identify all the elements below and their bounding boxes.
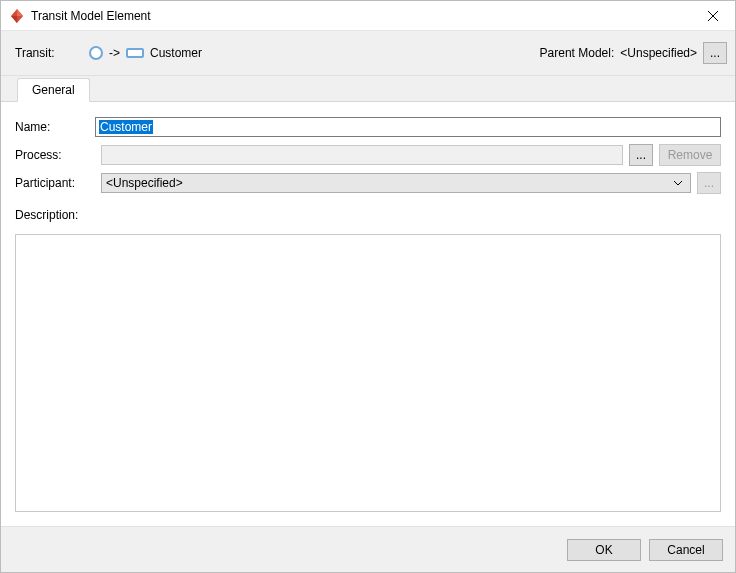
name-input[interactable]: Customer <box>95 117 721 137</box>
chevron-down-icon <box>670 181 686 186</box>
parent-model-value: <Unspecified> <box>620 46 697 60</box>
close-button[interactable] <box>691 1 735 31</box>
dialog-footer: OK Cancel <box>1 526 735 572</box>
rectangle-icon <box>126 48 144 58</box>
parent-model-label: Parent Model: <box>540 46 615 60</box>
titlebar: Transit Model Element <box>1 1 735 31</box>
participant-select[interactable]: <Unspecified> <box>101 173 691 193</box>
close-icon <box>708 11 718 21</box>
circle-icon <box>89 46 103 60</box>
top-band: Transit: -> Customer Parent Model: <Unsp… <box>1 31 735 76</box>
tab-general[interactable]: General <box>17 78 90 102</box>
process-input <box>101 145 623 165</box>
ok-button[interactable]: OK <box>567 539 641 561</box>
participant-browse-button[interactable]: ... <box>697 172 721 194</box>
transit-label: Transit: <box>15 46 89 60</box>
arrow-text: -> <box>109 46 120 60</box>
tabs-row: General <box>1 76 735 101</box>
app-icon <box>9 8 25 24</box>
parent-model-browse-button[interactable]: ... <box>703 42 727 64</box>
parent-model-area: Parent Model: <Unspecified> ... <box>540 42 727 64</box>
svg-marker-1 <box>17 9 23 16</box>
description-textarea[interactable] <box>15 234 721 512</box>
process-label: Process: <box>15 148 95 162</box>
svg-marker-2 <box>11 16 17 23</box>
name-input-selection: Customer <box>99 120 153 134</box>
participant-value: <Unspecified> <box>106 176 183 190</box>
process-browse-button[interactable]: ... <box>629 144 653 166</box>
tab-content: Name: Customer Process: ... Remove Parti… <box>1 101 735 526</box>
row-name: Name: Customer <box>15 116 721 138</box>
name-label: Name: <box>15 120 95 134</box>
participant-label: Participant: <box>15 176 95 190</box>
remove-button[interactable]: Remove <box>659 144 721 166</box>
transit-target-name: Customer <box>150 46 202 60</box>
row-participant: Participant: <Unspecified> ... <box>15 172 721 194</box>
dialog-window: Transit Model Element Transit: -> Custom… <box>0 0 736 573</box>
row-process: Process: ... Remove <box>15 144 721 166</box>
cancel-button[interactable]: Cancel <box>649 539 723 561</box>
window-title: Transit Model Element <box>31 9 691 23</box>
row-description-label: Description: <box>15 204 721 226</box>
description-label: Description: <box>15 208 95 222</box>
transit-chain: -> Customer <box>89 46 202 60</box>
